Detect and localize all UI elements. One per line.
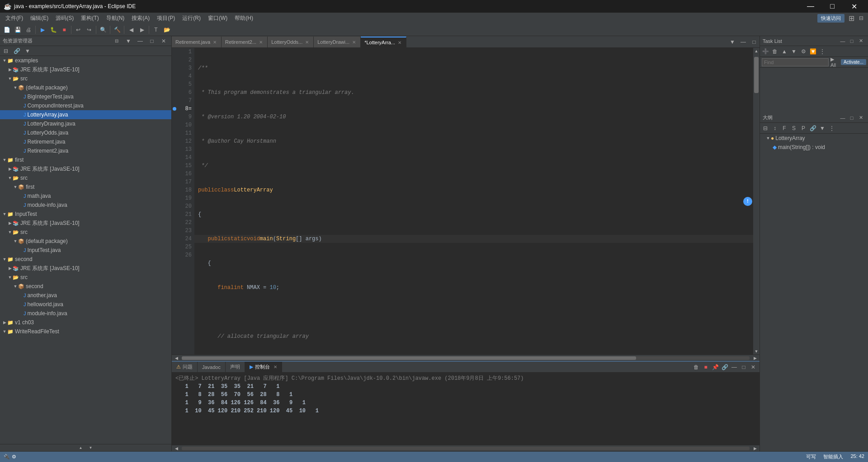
- tree-jre-examples[interactable]: ▶ 📚 JRE 系统库 [JavaSE-10]: [0, 65, 171, 74]
- task-list-minimize[interactable]: —: [838, 37, 847, 46]
- debug-btn[interactable]: 🐛: [48, 25, 58, 35]
- tree-math[interactable]: J math.java: [0, 191, 171, 201]
- tree-src-inputtest[interactable]: ▼ 📂 src: [0, 228, 171, 237]
- tab-retirement[interactable]: Retirement.java ✕: [172, 37, 222, 47]
- outline-maximize[interactable]: □: [847, 113, 856, 122]
- tree-second-package[interactable]: ▼ 📦 second: [0, 282, 171, 291]
- project-examples[interactable]: ▼ 📁 examples: [0, 56, 171, 65]
- tab-lotteryarray[interactable]: *LotteryArra... ✕: [361, 37, 406, 47]
- outline-method-item[interactable]: ◆ main(String[]) : void: [760, 143, 868, 152]
- link-editor-btn[interactable]: 🔗: [12, 46, 22, 56]
- editor-scrollbar[interactable]: [753, 48, 760, 355]
- task-more-btn[interactable]: ⋮: [818, 47, 827, 56]
- tree-module-info-second[interactable]: J module-info.java: [0, 309, 171, 318]
- outline-class-item[interactable]: ▼ ● LotteryArray: [760, 134, 868, 143]
- tab-retirement2[interactable]: Retirement2... ✕: [222, 37, 268, 47]
- project-second[interactable]: ▼ 📁 second: [0, 255, 171, 264]
- tab-maximize-btn[interactable]: □: [749, 37, 760, 47]
- menu-refactor[interactable]: 重构(T): [77, 13, 102, 23]
- outline-hide-static-btn[interactable]: S: [789, 124, 798, 133]
- minimize-button[interactable]: —: [800, 0, 821, 13]
- menu-search[interactable]: 搜索(A): [128, 13, 153, 23]
- tree-retirement2[interactable]: J Retirement2.java: [0, 146, 171, 155]
- console-close-btn[interactable]: ✕: [274, 364, 277, 369]
- sidebar-close-btn[interactable]: ✕: [159, 36, 169, 46]
- tree-module-info-first[interactable]: J module-info.java: [0, 201, 171, 210]
- task-list-close[interactable]: ✕: [856, 37, 865, 46]
- outline-sort-btn[interactable]: ↕: [770, 124, 779, 133]
- tree-src-second[interactable]: ▼ 📂 src: [0, 273, 171, 282]
- bottom-hscroll[interactable]: ◀ ▶: [172, 445, 760, 451]
- tree-jre-second[interactable]: ▶ 📚 JRE 系统库 [JavaSE-10]: [0, 264, 171, 273]
- view-menu-btn[interactable]: ▼: [23, 46, 33, 56]
- tree-bigintegertest[interactable]: J BigIntegerTest.java: [0, 92, 171, 101]
- tree-lotterydrawing[interactable]: J LotteryDrawing.java: [0, 119, 171, 128]
- tab-close-lotteryodds[interactable]: ✕: [304, 39, 310, 45]
- activate-button[interactable]: Activate...: [841, 59, 866, 65]
- tree-first-package[interactable]: ▼ 📦 first: [0, 182, 171, 191]
- menu-project[interactable]: 项目(P): [153, 13, 179, 23]
- tab-console[interactable]: ▶ 控制台 ✕: [245, 362, 282, 372]
- task-settings-btn[interactable]: ⚙: [799, 47, 808, 56]
- outline-collapse-btn[interactable]: ⊟: [761, 124, 770, 133]
- undo-btn[interactable]: ↩: [73, 25, 83, 35]
- sidebar-maximize-btn[interactable]: □: [147, 36, 157, 46]
- search-btn[interactable]: 🔍: [98, 25, 108, 35]
- sidebar-scroll-down[interactable]: ▼: [86, 443, 96, 452]
- menu-edit[interactable]: 编辑(E): [27, 13, 52, 23]
- outline-minimize[interactable]: —: [838, 113, 847, 122]
- tab-close-retirement2[interactable]: ✕: [258, 39, 264, 45]
- tree-jre-inputtest[interactable]: ▶ 📚 JRE 系统库 [JavaSE-10]: [0, 219, 171, 228]
- tree-inputtest-java[interactable]: J InputTest.java: [0, 246, 171, 255]
- task-down-btn[interactable]: ▼: [789, 47, 798, 56]
- tree-retirement[interactable]: J Retirement.java: [0, 137, 171, 146]
- task-up-btn[interactable]: ▲: [780, 47, 789, 56]
- task-delete-btn[interactable]: 🗑: [770, 47, 779, 56]
- horizontal-scrollbar[interactable]: ◀ ▶: [172, 355, 760, 361]
- print-btn[interactable]: 🖨: [24, 25, 33, 35]
- sidebar-menu-btn[interactable]: ▼: [123, 36, 133, 46]
- console-link-btn[interactable]: 🔗: [720, 363, 729, 372]
- maximize-button[interactable]: □: [822, 0, 843, 13]
- sidebar-minimize-btn[interactable]: —: [135, 36, 145, 46]
- bhscroll-track[interactable]: [182, 447, 750, 450]
- redo-btn[interactable]: ↪: [84, 25, 94, 35]
- tree-src-first[interactable]: ▼ 📂 src: [0, 173, 171, 182]
- scrollbar-thumb[interactable]: [754, 57, 759, 93]
- sidebar-collapse-btn[interactable]: ⊟: [112, 36, 122, 46]
- tree-default-package[interactable]: ▼ 📦 (default package): [0, 83, 171, 92]
- tree-jre-first[interactable]: ▶ 📚 JRE 系统库 [JavaSE-10]: [0, 164, 171, 173]
- tab-lotteryodds[interactable]: LotteryOdds... ✕: [268, 37, 314, 47]
- outline-hide-fields-btn[interactable]: F: [780, 124, 789, 133]
- menu-run[interactable]: 运行(R): [179, 13, 204, 23]
- project-first[interactable]: ▼ 📁 first: [0, 155, 171, 164]
- menu-help[interactable]: 帮助(H): [231, 13, 257, 23]
- tree-lotteryarray[interactable]: J LotteryArray.java: [0, 110, 171, 119]
- tab-close-lotteryarray[interactable]: ✕: [397, 40, 402, 46]
- task-filter-btn[interactable]: 🔽: [808, 47, 817, 56]
- console-stop-btn[interactable]: ■: [701, 363, 710, 372]
- tab-minimize-btn[interactable]: —: [738, 37, 749, 47]
- task-list-maximize[interactable]: □: [847, 37, 856, 46]
- tree-compoundinterest[interactable]: J CompoundInterest.java: [0, 101, 171, 110]
- run-btn[interactable]: ▶: [38, 25, 47, 35]
- project-v1ch03[interactable]: ▶ 📁 v1 ch03: [0, 318, 171, 327]
- bhscroll-right[interactable]: ▶: [750, 445, 760, 452]
- hscroll-right-btn[interactable]: ▶: [750, 355, 760, 361]
- tree-helloworld[interactable]: J helloworld.java: [0, 300, 171, 309]
- sidebar-scroll-up[interactable]: ▲: [76, 443, 86, 452]
- hscroll-track[interactable]: [182, 356, 750, 360]
- tab-declaration[interactable]: 声明: [226, 362, 245, 372]
- new-btn[interactable]: 📄: [2, 25, 12, 35]
- tree-another[interactable]: J another.java: [0, 291, 171, 300]
- view-btn[interactable]: ⊟: [856, 13, 866, 23]
- scroll-up-btn[interactable]: ▲: [753, 48, 760, 54]
- tab-lotterydrawing[interactable]: LotteryDrawi... ✕: [314, 37, 361, 47]
- tab-problems[interactable]: ⚠ 问题: [172, 362, 198, 372]
- code-editor[interactable]: /** * This program demonstrates a triang…: [194, 48, 753, 355]
- tab-close-retirement[interactable]: ✕: [212, 39, 217, 45]
- project-inputtest[interactable]: ▼ 📁 InputTest: [0, 210, 171, 219]
- prev-btn[interactable]: ◀: [126, 25, 136, 35]
- hscroll-left-btn[interactable]: ◀: [172, 355, 181, 361]
- tree-src-examples[interactable]: ▼ 📂 src: [0, 74, 171, 83]
